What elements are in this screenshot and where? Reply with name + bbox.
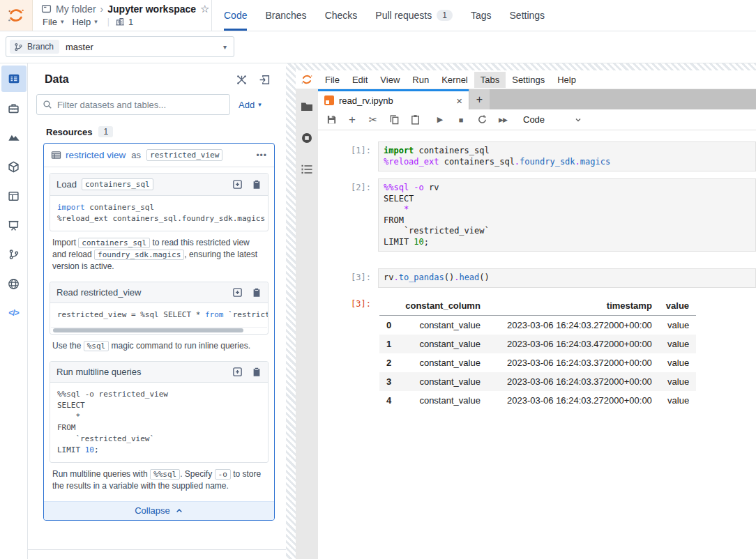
insert-cell-icon[interactable] (232, 287, 243, 298)
open-in-app-icon[interactable] (259, 74, 271, 86)
notebook-tab[interactable]: read_rv.ipynb × (318, 89, 469, 109)
jp-menu-settings[interactable]: Settings (506, 72, 551, 88)
copy-snippet-icon[interactable] (252, 287, 262, 298)
cell-editor[interactable]: %%sql -o rvSELECT *FROM `restricted_view… (378, 178, 756, 252)
breadcrumb-caret-icon: › (100, 3, 104, 15)
breadcrumb-folder[interactable]: My folder (56, 3, 96, 15)
sidebar-item-presentation[interactable] (1, 212, 27, 238)
cell-type-dropdown[interactable]: Code (523, 114, 582, 125)
file-menu[interactable]: File ▾ (41, 16, 68, 28)
sidebar-item-packages[interactable] (1, 153, 27, 180)
sidebar-item-models[interactable] (1, 124, 27, 151)
add-cell-icon[interactable]: + (342, 111, 363, 129)
sidebar-item-layout[interactable] (1, 183, 27, 209)
jp-menu-run[interactable]: Run (406, 72, 435, 88)
horizontal-scrollbar[interactable] (51, 327, 267, 333)
code-cell[interactable]: [2]: %%sql -o rvSELECT *FROM `restricted… (318, 178, 756, 252)
breadcrumb-title[interactable]: Jupyter workspace (107, 3, 196, 15)
divider (28, 549, 286, 550)
branch-bar: Branch master ▾ (0, 31, 756, 63)
close-tab-icon[interactable]: × (456, 95, 462, 107)
data-table-icon (8, 72, 20, 85)
panel-resize-handle[interactable] (286, 63, 296, 559)
run-cell-icon[interactable]: ▶ (430, 111, 451, 129)
running-kernels-icon[interactable] (301, 132, 313, 144)
cut-cells-icon[interactable]: ✂ (363, 111, 384, 129)
table-cell: constant_value (398, 353, 487, 372)
help-menu[interactable]: Help ▾ (70, 16, 101, 28)
dataframe-table: constant_columntimestampvalue0constant_v… (379, 296, 696, 410)
code-cell[interactable]: [1]: import containers_sql%reload_ext co… (318, 141, 756, 171)
notebook-tab-title: read_rv.ipynb (339, 95, 393, 106)
table-cell: value (659, 372, 696, 391)
resources-count-badge: 1 (98, 126, 113, 137)
multiline-code-snippet[interactable]: %%sql -o restricted_viewSELECT *FROM `re… (50, 382, 268, 462)
jp-menu-edit[interactable]: Edit (346, 72, 374, 88)
sidebar-item-data[interactable] (1, 66, 27, 92)
code-cell-active[interactable]: [3]: rv.to_pandas().head() (318, 268, 756, 288)
tab-settings[interactable]: Settings (501, 0, 554, 31)
file-browser-icon[interactable] (301, 101, 313, 112)
jp-menu-view[interactable]: View (374, 72, 406, 88)
jp-menu-help[interactable]: Help (551, 72, 582, 88)
column-header (379, 296, 398, 316)
resource-count[interactable]: 1 (115, 17, 133, 27)
column-header: timestamp (487, 296, 659, 316)
cell-editor[interactable]: import containers_sql%reload_ext contain… (378, 141, 756, 171)
cube-icon (8, 161, 20, 173)
save-icon[interactable] (321, 111, 342, 129)
chevron-up-icon (175, 507, 183, 515)
restart-kernel-icon[interactable] (471, 111, 492, 129)
stop-kernel-icon[interactable]: ■ (451, 111, 471, 129)
tab-checks[interactable]: Checks (316, 0, 367, 31)
copy-cells-icon[interactable] (384, 111, 405, 129)
add-dataset-button[interactable]: Add ▾ (239, 100, 262, 110)
new-tab-button[interactable]: + (469, 89, 490, 109)
restart-run-all-icon[interactable]: ▶▶ (492, 111, 513, 129)
jp-menu-file[interactable]: File (319, 72, 346, 88)
workspace-logo[interactable] (0, 0, 33, 31)
branch-selector[interactable]: Branch master ▾ (6, 36, 234, 57)
filter-input[interactable] (57, 100, 224, 110)
panel-resize-handle[interactable] (296, 63, 756, 70)
sidebar-item-code[interactable]: </> (1, 300, 27, 326)
code-icon: </> (8, 308, 18, 318)
sidebar-item-network[interactable] (1, 270, 27, 297)
collapse-button[interactable]: Collapse (44, 501, 274, 520)
tab-pull-requests[interactable]: Pull requests 1 (366, 0, 462, 31)
table-cell: value (659, 391, 696, 410)
lineage-icon[interactable] (236, 74, 248, 86)
resource-card: restricted view as restricted_view ••• L… (43, 143, 275, 521)
chevron-down-icon: ▾ (258, 101, 262, 108)
sidebar-item-toolbox[interactable] (1, 95, 27, 121)
tab-code[interactable]: Code (215, 0, 256, 31)
paste-cells-icon[interactable] (405, 111, 425, 129)
jp-menu-tabs[interactable]: Tabs (474, 72, 506, 88)
favorite-star-icon[interactable]: ☆ (200, 3, 209, 14)
table-cell: value (659, 353, 696, 372)
more-options-icon[interactable]: ••• (256, 151, 267, 160)
dataset-table-icon (51, 150, 61, 160)
cell-editor[interactable]: rv.to_pandas().head() (378, 268, 756, 288)
repo-tabs: Code Branches Checks Pull requests 1 Tag… (211, 0, 554, 31)
load-code-snippet[interactable]: import containers_sql%reload_ext contain… (50, 195, 268, 231)
input-prompt: [2]: (318, 178, 378, 252)
tab-tags[interactable]: Tags (462, 0, 501, 31)
copy-snippet-icon[interactable] (252, 367, 262, 377)
tab-branches[interactable]: Branches (256, 0, 315, 31)
read-section-title: Read restricted_view (56, 287, 141, 298)
jp-menu-kernel[interactable]: Kernel (435, 72, 474, 88)
table-cell: value (659, 315, 696, 335)
table-of-contents-icon[interactable] (301, 164, 313, 175)
insert-cell-icon[interactable] (232, 367, 243, 377)
chevron-down-icon: ▾ (61, 18, 64, 25)
resource-name-link[interactable]: restricted view (66, 150, 126, 160)
sidebar-item-branches[interactable] (1, 241, 27, 268)
read-code-snippet[interactable]: restricted_view = %sql SELECT * from `re… (50, 303, 268, 327)
notebook-toolbar: + ✂ ▶ (318, 109, 756, 130)
load-section-title: Load (56, 179, 77, 190)
insert-cell-icon[interactable] (232, 179, 243, 190)
copy-snippet-icon[interactable] (252, 179, 262, 190)
load-description: Import containers_sql to read this restr… (52, 237, 266, 273)
as-label: as (131, 150, 141, 160)
